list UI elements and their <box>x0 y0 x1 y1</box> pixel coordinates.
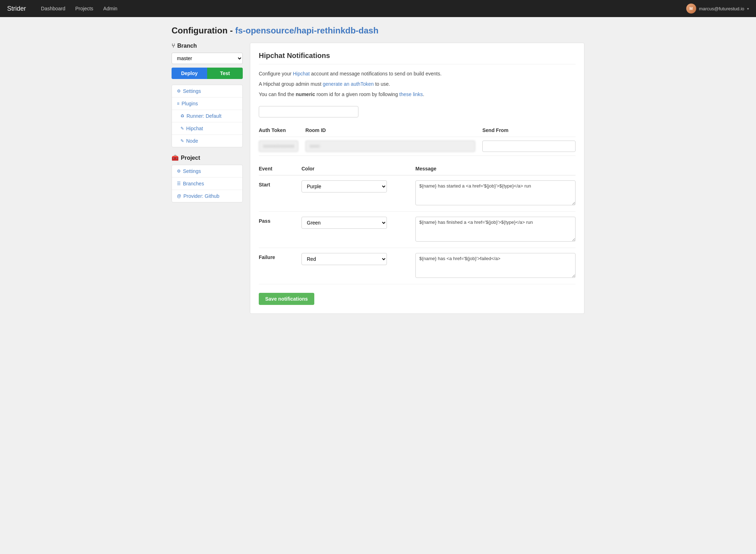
hipchat-link[interactable]: Hipchat <box>293 71 310 76</box>
nav-dashboard[interactable]: Dashboard <box>37 4 70 14</box>
message-failure-cell: ${name} has <a href='${job}'>failed</a> <box>415 248 576 284</box>
runner-icon: ♻ <box>180 114 184 118</box>
sidebar-project-provider[interactable]: @ Provider: Github <box>172 190 242 202</box>
url-input[interactable]: https://ci.futurestud.io <box>259 106 358 117</box>
navbar-nav: Dashboard Projects Admin <box>37 6 686 11</box>
color-pass-select[interactable]: Purple Yellow Red Green Gray Random <box>301 217 387 229</box>
these-links[interactable]: these links <box>399 91 423 97</box>
desc3-bold: numeric <box>296 91 315 97</box>
sidebar: ⑂ Branch master develop Deploy Test ⚙ Se… <box>172 43 243 210</box>
nav-admin[interactable]: Admin <box>99 4 122 14</box>
room-id-cell <box>305 137 482 156</box>
desc2-after: to use. <box>374 81 390 87</box>
proj-branches-label: Branches <box>183 181 204 186</box>
message-pass-cell: ${name} has finished a <a href='${job}'>… <box>415 212 576 248</box>
desc2-before: A Hipchat group admin must <box>259 81 323 87</box>
sidebar-item-node[interactable]: ✎ Node <box>172 135 242 147</box>
sidebar-project-branches[interactable]: ☰ Branches <box>172 178 242 190</box>
event-header: Event <box>259 163 301 175</box>
desc-3: You can find the numeric room id for a g… <box>259 91 576 98</box>
deploy-test-group: Deploy Test <box>172 68 243 79</box>
user-email: marcus@futurestud.io <box>699 6 744 11</box>
save-button[interactable]: Save notifications <box>259 293 314 305</box>
branch-section-title: ⑂ Branch <box>172 43 243 49</box>
navbar: Strider Dashboard Projects Admin M marcu… <box>0 0 756 17</box>
proj-settings-icon: ⚙ <box>177 169 181 174</box>
desc1-after: account and message notifications to sen… <box>310 71 441 76</box>
message-header: Message <box>415 163 576 175</box>
desc-1: Configure your Hipchat account and messa… <box>259 70 576 78</box>
node-icon: ✎ <box>180 138 184 143</box>
color-failure-select[interactable]: Purple Yellow Red Green Gray Random <box>301 253 387 265</box>
color-failure-cell: Purple Yellow Red Green Gray Random <box>301 248 415 284</box>
color-start-cell: Purple Yellow Red Green Gray Random <box>301 175 415 212</box>
proj-provider-label: Provider: Github <box>183 193 219 199</box>
sidebar-hipchat-label: Hipchat <box>186 126 203 131</box>
desc-2: A Hipchat group admin must generate an a… <box>259 80 576 88</box>
auth-token-link[interactable]: generate an authToken <box>323 81 374 87</box>
events-table: Event Color Message Start Purple Yellow <box>259 163 576 284</box>
room-id-header: Room ID <box>305 125 482 137</box>
auth-token-header: Auth Token <box>259 125 305 137</box>
auth-token-cell <box>259 137 305 156</box>
event-pass: Pass <box>259 212 301 248</box>
color-pass-cell: Purple Yellow Red Green Gray Random <box>301 212 415 248</box>
sidebar-settings-label: Settings <box>183 88 201 94</box>
sidebar-item-settings[interactable]: ⚙ Settings <box>172 85 242 97</box>
message-pass-textarea[interactable]: ${name} has finished a <a href='${job}'>… <box>415 217 576 242</box>
branch-select[interactable]: master develop <box>172 53 243 64</box>
room-id-input[interactable] <box>305 141 475 152</box>
sidebar-plugins-label: Plugins <box>182 101 198 106</box>
event-failure: Failure <box>259 248 301 284</box>
branch-icon: ⑂ <box>172 43 175 49</box>
navbar-user: M marcus@futurestud.io ▾ <box>686 4 749 14</box>
page-title: Configuration - fs-opensource/hapi-rethi… <box>172 26 584 36</box>
page-title-link[interactable]: fs-opensource/hapi-rethinkdb-dash <box>235 26 379 35</box>
sidebar-project-settings[interactable]: ⚙ Settings <box>172 165 242 178</box>
nav-projects[interactable]: Projects <box>71 4 98 14</box>
table-row: Failure Purple Yellow Red Green Gray Ran… <box>259 248 576 284</box>
desc1-before: Configure your <box>259 71 293 76</box>
event-start: Start <box>259 175 301 212</box>
project-icon: 🧰 <box>172 154 179 161</box>
send-from-header: Send From <box>482 125 576 137</box>
page-title-prefix: Configuration - <box>172 26 235 35</box>
send-from-cell: Strider <box>482 137 576 156</box>
table-row: Pass Purple Yellow Red Green Gray Random <box>259 212 576 248</box>
color-start-select[interactable]: Purple Yellow Red Green Gray Random <box>301 180 387 192</box>
plugins-icon: ≡ <box>177 101 179 106</box>
project-section-title: 🧰 Project <box>172 154 243 161</box>
send-from-input[interactable]: Strider <box>482 141 576 152</box>
settings-icon: ⚙ <box>177 89 181 94</box>
desc3-before: You can find the <box>259 91 296 97</box>
desc3-middle: room id for a given room by following <box>315 91 399 97</box>
hipchat-icon: ✎ <box>180 126 184 131</box>
layout: ⑂ Branch master develop Deploy Test ⚙ Se… <box>172 43 584 314</box>
sidebar-runner-label: Runner: Default <box>187 113 221 119</box>
message-start-cell: ${name} has started a <a href='${job}'>$… <box>415 175 576 212</box>
message-start-textarea[interactable]: ${name} has started a <a href='${job}'>$… <box>415 180 576 205</box>
section-title: Hipchat Notifications <box>259 52 576 64</box>
sidebar-project-nav: ⚙ Settings ☰ Branches @ Provider: Github <box>172 165 243 202</box>
proj-settings-label: Settings <box>183 168 201 174</box>
user-dropdown-arrow[interactable]: ▾ <box>747 7 749 11</box>
desc3-after: . <box>423 91 424 97</box>
branches-icon: ☰ <box>177 181 181 186</box>
deploy-button[interactable]: Deploy <box>172 68 207 79</box>
color-header: Color <box>301 163 415 175</box>
auth-token-input[interactable] <box>259 141 298 152</box>
sidebar-item-plugins[interactable]: ≡ Plugins <box>172 97 242 110</box>
sidebar-node-label: Node <box>186 138 198 144</box>
project-label: Project <box>181 155 200 161</box>
credentials-table: Auth Token Room ID Send From <box>259 125 576 156</box>
test-button[interactable]: Test <box>207 68 243 79</box>
navbar-brand[interactable]: Strider <box>7 5 26 12</box>
page-container: Configuration - fs-opensource/hapi-rethi… <box>164 17 592 322</box>
sidebar-ci-nav: ⚙ Settings ≡ Plugins ♻ Runner: Default ✎… <box>172 85 243 147</box>
sidebar-item-hipchat[interactable]: ✎ Hipchat <box>172 122 242 135</box>
message-failure-textarea[interactable]: ${name} has <a href='${job}'>failed</a> <box>415 253 576 278</box>
provider-icon: @ <box>177 194 181 199</box>
avatar: M <box>686 4 696 14</box>
table-row: Start Purple Yellow Red Green Gray Rando… <box>259 175 576 212</box>
sidebar-item-runner[interactable]: ♻ Runner: Default <box>172 110 242 122</box>
